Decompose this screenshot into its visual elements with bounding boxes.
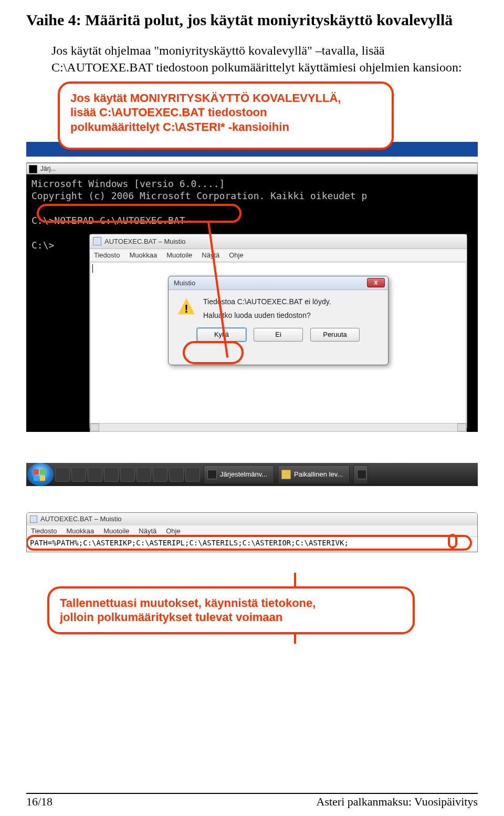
page-footer: 16/18 Asteri palkanmaksu: Vuosipäivitys: [26, 795, 478, 809]
callout-bottom: Tallennettuasi muutokset, käynnistä tiet…: [47, 586, 415, 634]
quicklaunch-icon[interactable]: [136, 467, 151, 482]
cmd-line-4: C:\>: [32, 240, 54, 251]
footer-title: Asteri palkanmaksu: Vuosipäivitys: [317, 795, 478, 809]
quicklaunch-icon[interactable]: [120, 467, 135, 482]
notepad-scrollbar-h[interactable]: [90, 423, 467, 432]
taskbar-label: Paikallinen lev...: [294, 470, 343, 478]
taskbar-item-cmd[interactable]: Järjestelmänv...: [204, 465, 274, 484]
menu-muokkaa[interactable]: Muokkaa: [66, 527, 94, 535]
quicklaunch-icon[interactable]: [185, 467, 200, 482]
quicklaunch-icon[interactable]: [71, 467, 86, 482]
cmd-icon: [29, 165, 37, 173]
notepad-icon: [93, 237, 101, 245]
folder-icon: [281, 470, 291, 479]
intro-text: Jos käytät ohjelmaa "moniyrityskäyttö ko…: [26, 42, 478, 76]
notepad-titlebar: AUTOEXEC.BAT – Muistio: [90, 234, 467, 249]
step-heading: Vaihe 4: Määritä polut, jos käytät moniy…: [26, 11, 478, 29]
menu-ohje[interactable]: Ohje: [166, 527, 180, 535]
cmd-icon: [357, 470, 366, 479]
taskbar-item-extra[interactable]: [353, 465, 368, 484]
taskbar-label: Järjestelmänv...: [220, 470, 267, 478]
callout-top-line1: Jos käytät MONIYRITYSKÄYTTÖ KOVALEVYLLÄ,: [70, 91, 381, 106]
notepad2-window[interactable]: AUTOEXEC.BAT – Muistio Tiedosto Muokkaa …: [26, 512, 478, 552]
highlight-notepad-command: [37, 204, 242, 223]
menu-nayta[interactable]: Näytä: [202, 251, 219, 259]
dialog-message-1: Tiedostoa C:\AUTOEXEC.BAT ei löydy.: [203, 297, 331, 306]
cmd-icon: [207, 470, 217, 479]
quicklaunch-icon[interactable]: [153, 467, 167, 482]
scroll-right-icon[interactable]: [457, 424, 466, 431]
highlight-yes-button: [183, 341, 244, 364]
close-icon[interactable]: X: [367, 278, 385, 287]
highlight-cursor-end: [448, 534, 457, 549]
dialog-body: Tiedostoa C:\AUTOEXEC.BAT ei löydy. Halu…: [169, 290, 388, 325]
callout-top-line2: lisää C:\AUTOEXEC.BAT tiedostoon: [70, 105, 381, 120]
menu-tiedosto[interactable]: Tiedosto: [31, 527, 57, 535]
text-cursor: [92, 264, 93, 273]
taskbar: Järjestelmänv... Paikallinen lev...: [26, 463, 478, 486]
cmd-title-text: Järj...: [40, 165, 56, 172]
window-chrome-gap: [26, 157, 478, 163]
notepad2-titlebar: AUTOEXEC.BAT – Muistio: [27, 513, 477, 525]
dialog-title: Muistio: [174, 279, 195, 287]
callout-top-line3: polkumäärittelyt C:\ASTERI* -kansioihin: [70, 120, 381, 135]
notepad-icon: [30, 515, 37, 523]
footer-divider: [26, 793, 478, 794]
quicklaunch-icon[interactable]: [88, 467, 102, 482]
notepad2-title-text: AUTOEXEC.BAT – Muistio: [40, 515, 122, 523]
warning-icon: [177, 297, 196, 316]
menu-muotoile[interactable]: Muotoile: [166, 251, 192, 259]
menu-tiedosto[interactable]: Tiedosto: [94, 251, 120, 259]
menu-muotoile[interactable]: Muotoile: [103, 527, 129, 535]
yes-button[interactable]: Kyllä: [197, 328, 246, 342]
menu-nayta[interactable]: Näytä: [139, 527, 156, 535]
callout-bottom-line1: Tallennettuasi muutokset, käynnistä tiet…: [60, 596, 402, 611]
quicklaunch-icon[interactable]: [169, 467, 184, 482]
notepad-title-text: AUTOEXEC.BAT – Muistio: [104, 237, 186, 245]
cmd-titlebar: Järj...: [26, 163, 478, 174]
callout-bottom-line2: jolloin polkumääritykset tulevat voimaan: [60, 610, 402, 625]
cmd-line-1: Microsoft Windows [versio 6.0....]: [32, 178, 225, 189]
page-number: 16/18: [26, 795, 52, 809]
notepad2-text-area[interactable]: PATH=%PATH%;C:\ASTERIKP;C:\ASTERIPL;C:\A…: [27, 537, 477, 550]
taskbar-item-folder[interactable]: Paikallinen lev...: [278, 465, 350, 484]
callout-top: Jos käytät MONIYRITYSKÄYTTÖ KOVALEVYLLÄ,…: [58, 81, 394, 150]
cancel-button[interactable]: Peruuta: [310, 328, 360, 342]
notepad-menubar: Tiedosto Muokkaa Muotoile Näytä Ohje: [90, 249, 467, 262]
scroll-left-icon[interactable]: [90, 424, 99, 431]
start-button[interactable]: [27, 463, 54, 486]
screenshot-composite: Jos käytät MONIYRITYSKÄYTTÖ KOVALEVYLLÄ,…: [26, 81, 478, 486]
cmd-line-2: Copyright (c) 2006 Microsoft Corporation…: [32, 190, 367, 201]
menu-muokkaa[interactable]: Muokkaa: [129, 251, 157, 259]
quicklaunch-icon[interactable]: [55, 467, 70, 482]
highlight-path-line: [26, 535, 472, 551]
dialog-titlebar: Muistio X: [169, 276, 388, 290]
no-button[interactable]: Ei: [254, 328, 303, 342]
quicklaunch-icon[interactable]: [104, 467, 119, 482]
menu-ohje[interactable]: Ohje: [229, 251, 243, 259]
